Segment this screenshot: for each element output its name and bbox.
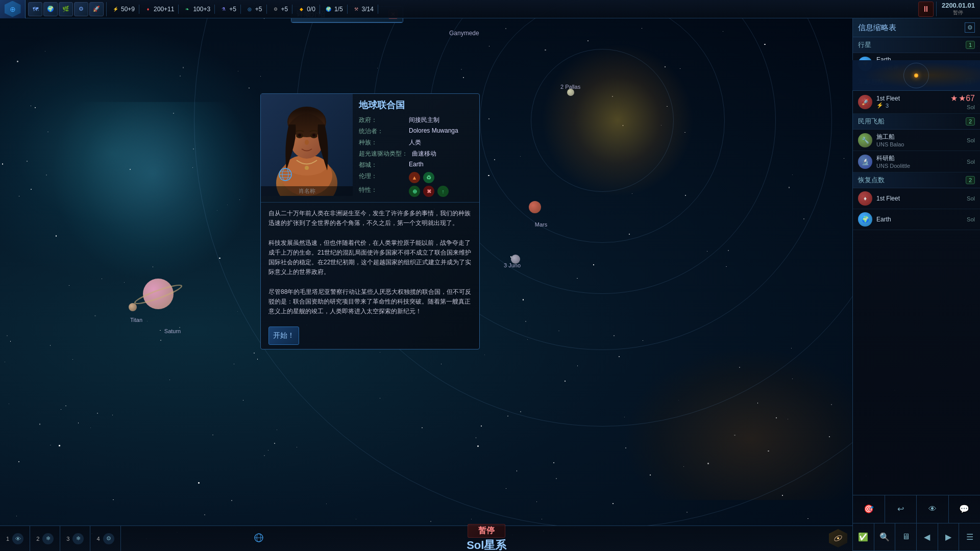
display-btn[interactable]: 🖥 [895, 523, 917, 551]
svg-point-10 [312, 134, 315, 137]
naval-capacity-resource: ⚒ 3/14 [348, 5, 378, 14]
fleet-item[interactable]: 🚀 1st Fleet ⚡ 3 ★ ★67 Sol [853, 90, 980, 114]
influence-icon: ⚙ [271, 5, 280, 14]
sol-hex-right[interactable] [829, 529, 847, 547]
research-resource: ⚗ +5 [215, 5, 241, 14]
recovery-fleet-name: 1st Fleet [876, 195, 963, 202]
pause-state-label: 暂停 [468, 524, 505, 538]
tab-num-1: 1 [6, 536, 9, 542]
ruler-value: Dolores Muwanga [409, 127, 458, 136]
planets-count: 1 [966, 41, 975, 49]
recovery-earth-icon: 🌍 [858, 212, 872, 227]
menu-btn[interactable]: ☰ [959, 523, 980, 551]
civil-section-label: 民用飞船 [858, 117, 885, 126]
sol-hex-icon-left [250, 529, 267, 546]
species-row: 种族： 人类 [359, 138, 473, 147]
science-location: Sol [967, 159, 975, 165]
minerals-resource: ♦ 200+11 [139, 5, 179, 14]
civil-count: 2 [966, 117, 975, 126]
sys-tab-1[interactable]: 1 👁 [0, 526, 30, 552]
recovery-earth-name: Earth [876, 216, 963, 223]
minimap-orbit [903, 63, 929, 88]
juno-planet[interactable] [511, 255, 520, 264]
prev-btn[interactable]: ◀ [917, 523, 938, 551]
influence-value: +5 [281, 6, 288, 13]
construction-location: Sol [967, 137, 975, 143]
confirm-btn[interactable]: ✅ [853, 523, 874, 551]
faction-portrait: 肖名称 [261, 94, 353, 196]
map-icon-btn[interactable]: 🗺 [28, 2, 42, 16]
chat-btn[interactable]: 💬 [949, 495, 981, 523]
fleet-star-icon: ★ [950, 93, 958, 103]
sys-tab-4[interactable]: 4 ⚙ [90, 526, 120, 552]
mars-label: Mars [535, 221, 547, 228]
mars-planet[interactable] [529, 201, 541, 213]
zoom-btn[interactable]: 🔍 [874, 523, 896, 551]
fleet-right: ★ ★67 Sol [950, 93, 975, 110]
civil-section-header: 民用飞船 2 [853, 114, 980, 130]
food-resource: ❧ 100+3 [179, 5, 215, 14]
faction-panel[interactable]: 肖名称 地球联合国 政府： 间接民主制 统治者： Dolores Muwanga… [260, 93, 480, 349]
nature-icon-btn[interactable]: 🌿 [59, 2, 73, 16]
construction-name: UNS Balao [876, 141, 963, 147]
ethics-label: 伦理： [359, 172, 405, 183]
ftl-label: 超光速驱动类型： [359, 149, 408, 158]
unity-icon: ◎ [245, 5, 254, 14]
ftl-row: 超光速驱动类型： 曲速移动 [359, 149, 473, 158]
recovery-earth-details: Earth [876, 216, 963, 223]
fleet-icon-btn[interactable]: 🚀 [89, 2, 104, 16]
ftl-value: 曲速移动 [412, 149, 436, 158]
info-panel-settings[interactable]: ⚙ [965, 22, 975, 33]
trade-resource: ◆ 0/0 [292, 5, 320, 14]
info-panel: 信息缩略表 ⚙ 行星 1 🌍 Earth 大陆世界 Sol 军事舰队 1 🚀 1… [852, 18, 980, 551]
next-btn[interactable]: ▶ [938, 523, 960, 551]
tab-num-2: 2 [36, 536, 39, 542]
ruler-row: 统治者： Dolores Muwanga [359, 127, 473, 136]
target-btn[interactable]: 🎯 [853, 495, 885, 523]
tab-num-4: 4 [96, 536, 100, 542]
planets-section-label: 行星 [858, 40, 871, 49]
titan-planet[interactable] [129, 303, 137, 311]
minerals-value: 200+11 [154, 6, 174, 13]
sys-tab-2[interactable]: 2 ❄ [30, 526, 60, 552]
fleet-details: 1st Fleet ⚡ 3 [876, 95, 946, 109]
empire-size-icon: 🌍 [324, 5, 333, 14]
sys-tab-3[interactable]: 3 ❄ [60, 526, 90, 552]
lore-para1: 自从二十万年前人类在非洲诞生至今，发生了许许多多的事情，我们的种族迅速的扩张到了… [268, 209, 472, 228]
science-details: 科研船 UNS Doolittle [876, 154, 963, 169]
trade-icon: ◆ [297, 5, 306, 14]
trade-value: 0/0 [307, 6, 315, 13]
system-name: Sol星系 [467, 538, 506, 551]
tech-icon-btn[interactable]: ⚙ [74, 2, 88, 16]
sol-hex-left[interactable] [250, 529, 268, 547]
start-game-button[interactable]: 开始！ [268, 327, 299, 345]
recovery-fleet-item[interactable]: ♦ 1st Fleet Sol [853, 188, 980, 209]
saturn-planet[interactable] [143, 279, 174, 309]
trait-icon-0: ⊕ [409, 186, 420, 197]
pause-button[interactable]: ⏸ [918, 2, 934, 17]
recovery-earth-item[interactable]: 🌍 Earth Sol [853, 209, 980, 230]
fleet-icon: 🚀 [858, 95, 872, 109]
food-icon: ❧ [183, 5, 192, 14]
fleet-stats: ⚡ 3 [876, 102, 946, 109]
construction-icon: 🔧 [858, 133, 872, 147]
construction-ship-item[interactable]: 🔧 施工船 UNS Balao Sol [853, 130, 980, 151]
construction-details: 施工船 UNS Balao [876, 133, 963, 147]
tab-icon-4: ⚙ [103, 533, 114, 544]
science-ship-item[interactable]: 🔬 科研船 UNS Doolittle Sol [853, 151, 980, 172]
undo-btn[interactable]: ↩ [885, 495, 917, 523]
faction-name: 地球联合国 [359, 99, 473, 111]
energy-icon: ⚡ [111, 5, 120, 14]
pallas-planet[interactable] [567, 89, 574, 96]
right-bottom-row-2: ✅ 🔍 🖥 ◀ ▶ ☰ [853, 523, 980, 552]
science-type: 科研船 [876, 154, 963, 163]
svg-point-9 [298, 134, 301, 137]
empire-logo[interactable]: ⊕ [0, 0, 26, 18]
science-name: UNS Doolittle [876, 163, 963, 169]
portrait-label: 肖名称 [261, 186, 353, 196]
juno-label: 3 Juno [504, 262, 521, 268]
energy-resource: ⚡ 50+9 [107, 5, 139, 14]
view-btn[interactable]: 👁 [917, 495, 949, 523]
colony-icon-btn[interactable]: 🌍 [43, 2, 58, 16]
traits-label: 特性： [359, 186, 405, 197]
